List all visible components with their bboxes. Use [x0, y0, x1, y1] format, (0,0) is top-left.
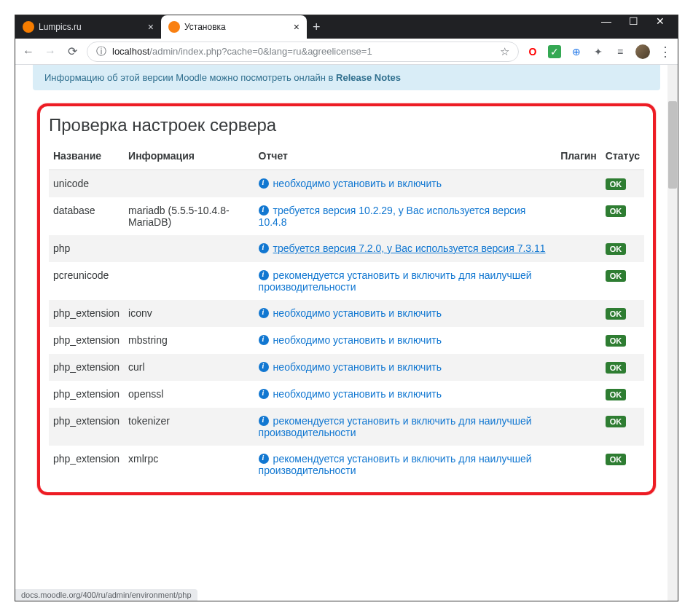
status-badge: OK — [606, 308, 627, 320]
cell-name: php_extension — [49, 381, 124, 408]
cell-info: mariadb (5.5.5-10.4.8-MariaDB) — [124, 197, 254, 235]
forward-button[interactable]: → — [43, 45, 58, 58]
report-link[interactable]: необходимо установить и включить — [273, 307, 442, 319]
address-bar[interactable]: ⓘ localhost/admin/index.php?cache=0&lang… — [87, 42, 519, 62]
cell-name: php_extension — [49, 300, 124, 327]
report-link[interactable]: необходимо установить и включить — [273, 361, 442, 373]
report-link[interactable]: рекомендуется установить и включить для … — [259, 453, 532, 476]
tab-install[interactable]: Установка × — [161, 15, 307, 39]
status-badge: OK — [606, 243, 627, 255]
info-icon[interactable] — [259, 178, 269, 189]
maximize-button[interactable]: ☐ — [629, 15, 638, 27]
site-info-icon[interactable]: ⓘ — [96, 45, 106, 58]
table-row: php_extensionmbstringнеобходимо установи… — [49, 327, 644, 354]
cell-name: php_extension — [49, 408, 124, 446]
report-link[interactable]: рекомендуется установить и включить для … — [259, 269, 532, 293]
cell-status: OK — [601, 408, 644, 446]
browser-window: Lumpics.ru × Установка × + — ☐ ✕ ← → ⟳ ⓘ… — [15, 15, 678, 601]
menu-button[interactable]: ⋮ — [659, 44, 672, 60]
cell-plugin — [556, 408, 601, 446]
info-icon[interactable] — [259, 270, 269, 280]
cell-status: OK — [601, 354, 644, 381]
vertical-scrollbar[interactable] — [667, 65, 678, 601]
status-badge: OK — [606, 335, 627, 347]
titlebar: Lumpics.ru × Установка × + — ☐ ✕ — [15, 15, 678, 39]
tabs-row: Lumpics.ru × Установка × + — [15, 15, 588, 39]
cell-report: необходимо установить и включить — [254, 354, 557, 381]
cell-plugin — [556, 197, 601, 235]
favicon-icon — [168, 21, 180, 33]
cell-info: curl — [124, 354, 254, 381]
extension-icons: O ✓ ⊕ ✦ ≡ ⋮ — [526, 44, 672, 60]
yandex-ext-icon[interactable]: O — [526, 45, 539, 58]
scrollbar-thumb[interactable] — [668, 101, 677, 189]
cell-plugin — [556, 170, 601, 197]
cell-info — [124, 170, 254, 197]
status-badge: OK — [606, 362, 627, 374]
report-link[interactable]: требуется версия 7.2.0, у Вас использует… — [273, 242, 546, 254]
info-icon[interactable] — [259, 416, 269, 426]
report-link[interactable]: требуется версия 10.2.29, у Вас использу… — [259, 205, 526, 228]
info-icon[interactable] — [259, 243, 269, 253]
new-tab-button[interactable]: + — [307, 20, 326, 35]
info-icon[interactable] — [259, 335, 269, 345]
cell-status: OK — [601, 327, 644, 354]
tab-lumpics[interactable]: Lumpics.ru × — [15, 15, 161, 39]
server-check-highlight: Проверка настроек сервера Название Инфор… — [37, 103, 656, 495]
info-icon[interactable] — [259, 454, 269, 464]
cell-status: OK — [601, 300, 644, 327]
page-content: Информацию об этой версии Moodle можно п… — [15, 65, 678, 601]
status-badge: OK — [606, 178, 627, 190]
cell-info — [124, 235, 254, 262]
status-badge: OK — [606, 454, 627, 465]
info-icon[interactable] — [259, 308, 269, 318]
cell-status: OK — [601, 197, 644, 235]
close-window-button[interactable]: ✕ — [656, 15, 665, 27]
status-badge: OK — [606, 416, 627, 427]
report-link[interactable]: необходимо установить и включить — [273, 334, 442, 346]
url-text: localhost/admin/index.php?cache=0&lang=r… — [112, 46, 494, 57]
cell-plugin — [556, 446, 601, 483]
window-controls: — ☐ ✕ — [588, 15, 678, 27]
info-icon[interactable] — [259, 205, 269, 216]
cell-report: необходимо установить и включить — [254, 300, 557, 327]
report-link[interactable]: рекомендуется установить и включить для … — [259, 415, 532, 438]
section-title: Проверка настроек сервера — [49, 115, 644, 135]
cell-name: php — [49, 235, 124, 262]
report-link[interactable]: необходимо установить и включить — [273, 388, 442, 400]
info-icon[interactable] — [259, 389, 269, 399]
cell-plugin — [556, 262, 601, 300]
cell-info: openssl — [124, 381, 254, 408]
globe-ext-icon[interactable]: ⊕ — [570, 45, 583, 58]
cell-plugin — [556, 300, 601, 327]
cell-report: необходимо установить и включить — [254, 381, 557, 408]
bookmark-star-icon[interactable]: ☆ — [500, 45, 509, 58]
cell-plugin — [556, 235, 601, 262]
cell-name: database — [49, 197, 124, 235]
favicon-icon — [23, 21, 34, 33]
cell-name: php_extension — [49, 446, 124, 483]
cell-plugin — [556, 381, 601, 408]
cell-info: iconv — [124, 300, 254, 327]
reload-button[interactable]: ⟳ — [65, 44, 79, 58]
close-tab-icon[interactable]: × — [294, 21, 299, 33]
profile-avatar[interactable] — [635, 44, 650, 59]
back-button[interactable]: ← — [21, 45, 36, 58]
cell-status: OK — [601, 381, 644, 408]
minimize-button[interactable]: — — [601, 15, 611, 27]
col-info: Информация — [124, 143, 254, 170]
cell-report: рекомендуется установить и включить для … — [254, 262, 557, 300]
table-row: php_extensioniconvнеобходимо установить … — [49, 300, 644, 327]
extensions-icon[interactable]: ✦ — [592, 45, 605, 58]
reading-list-icon[interactable]: ≡ — [614, 45, 627, 58]
col-name: Название — [49, 143, 124, 170]
close-tab-icon[interactable]: × — [148, 21, 154, 33]
cell-report: требуется версия 7.2.0, у Вас использует… — [254, 235, 557, 262]
cell-plugin — [556, 354, 601, 381]
tab-title: Lumpics.ru — [39, 22, 82, 32]
report-link[interactable]: необходимо установить и включить — [273, 178, 442, 189]
info-icon[interactable] — [259, 362, 269, 372]
cell-plugin — [556, 327, 601, 354]
check-ext-icon[interactable]: ✓ — [548, 45, 561, 58]
release-notes-link[interactable]: Release Notes — [336, 72, 401, 83]
